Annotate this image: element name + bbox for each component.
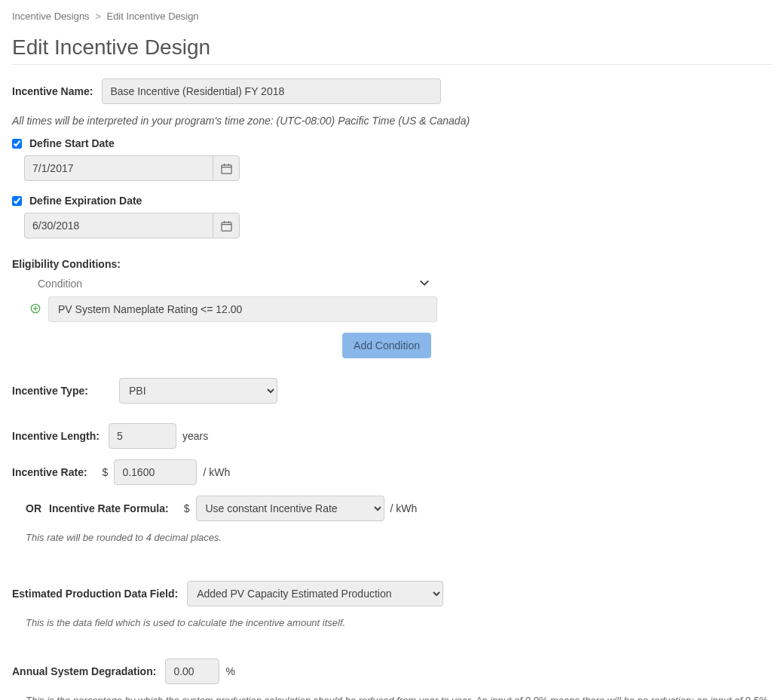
degradation-input[interactable]: [165, 659, 219, 684]
incentive-name-label: Incentive Name:: [12, 85, 93, 97]
conditions-block: Condition PV System Nameplate Rating <= …: [30, 275, 437, 358]
timezone-note: All times will be interpreted in your pr…: [12, 115, 772, 127]
breadcrumb: Incentive Designs > Edit Incentive Desig…: [12, 11, 772, 22]
start-date-label: Define Start Date: [29, 137, 115, 149]
incentive-name-row: Incentive Name:: [12, 78, 772, 104]
degradation-unit: %: [225, 665, 234, 677]
calendar-icon: [221, 163, 232, 174]
production-field-note: This is the data field which is used to …: [26, 617, 772, 628]
production-field-select[interactable]: Added PV Capacity Estimated Production: [187, 581, 443, 606]
degradation-row: Annual System Degradation: %: [12, 659, 772, 684]
end-date-label: Define Expiration Date: [29, 195, 142, 207]
start-date-picker-button[interactable]: [213, 155, 240, 181]
production-field-label: Estimated Production Data Field:: [12, 588, 178, 600]
incentive-type-label: Incentive Type:: [12, 385, 110, 397]
start-date-group: [24, 155, 772, 181]
breadcrumb-sep: >: [95, 11, 101, 22]
incentive-rate-formula-label: Incentive Rate Formula:: [49, 502, 169, 514]
breadcrumb-current: Edit Incentive Design: [106, 11, 198, 22]
svg-rect-0: [221, 164, 231, 173]
breadcrumb-root[interactable]: Incentive Designs: [12, 11, 90, 22]
end-date-input[interactable]: [24, 213, 213, 238]
incentive-type-row: Incentive Type: PBI: [12, 378, 772, 404]
incentive-rate-formula-row: OR Incentive Rate Formula: $ Use constan…: [26, 496, 772, 521]
svg-rect-4: [221, 222, 231, 230]
incentive-length-label: Incentive Length:: [12, 430, 100, 442]
degradation-label: Annual System Degradation:: [12, 665, 156, 677]
end-date-checkbox[interactable]: [12, 196, 22, 206]
dollar-prefix: $: [103, 466, 109, 478]
conditions-header-text: Condition: [38, 278, 82, 290]
conditions-label: Eligibility Conditions:: [12, 258, 763, 270]
incentive-rate-unit: / kWh: [203, 466, 230, 478]
or-label: OR: [26, 502, 41, 514]
calendar-icon: [221, 220, 232, 232]
start-date-toggle-row: Define Start Date: [12, 137, 772, 149]
incentive-rate-row: Incentive Rate: $ / kWh: [12, 459, 772, 485]
end-date-picker-button[interactable]: [213, 213, 240, 238]
incentive-rate-label: Incentive Rate:: [12, 466, 87, 478]
incentive-length-input[interactable]: [109, 423, 176, 449]
conditions-header-row: Condition: [30, 275, 437, 293]
end-date-group: [24, 213, 772, 238]
production-field-row: Estimated Production Data Field: Added P…: [12, 581, 772, 606]
conditions-sort-toggle[interactable]: [419, 278, 430, 290]
incentive-rate-formula-select[interactable]: Use constant Incentive Rate: [196, 496, 384, 521]
condition-row: PV System Nameplate Rating <= 12.00: [30, 296, 437, 322]
condition-item[interactable]: PV System Nameplate Rating <= 12.00: [48, 296, 437, 322]
incentive-length-unit: years: [182, 430, 208, 442]
end-date-toggle-row: Define Expiration Date: [12, 195, 772, 207]
degradation-note: This is the percentage by which the syst…: [26, 695, 772, 700]
incentive-type-select[interactable]: PBI: [119, 378, 277, 404]
dollar-prefix-formula: $: [184, 502, 190, 514]
plus-circle-icon: [30, 303, 41, 314]
add-condition-icon[interactable]: [30, 303, 41, 316]
incentive-rate-input[interactable]: [114, 459, 197, 485]
incentive-length-row: Incentive Length: years: [12, 423, 772, 449]
incentive-rate-formula-unit: / kWh: [390, 502, 418, 514]
page-title: Edit Incentive Design: [12, 35, 772, 65]
rate-rounding-note: This rate will be rounded to 4 decimal p…: [26, 532, 772, 543]
start-date-input[interactable]: [24, 155, 213, 181]
add-condition-button[interactable]: Add Condition: [342, 333, 431, 358]
incentive-name-input[interactable]: [102, 78, 441, 104]
start-date-checkbox[interactable]: [12, 139, 22, 149]
chevron-down-icon: [419, 278, 430, 288]
